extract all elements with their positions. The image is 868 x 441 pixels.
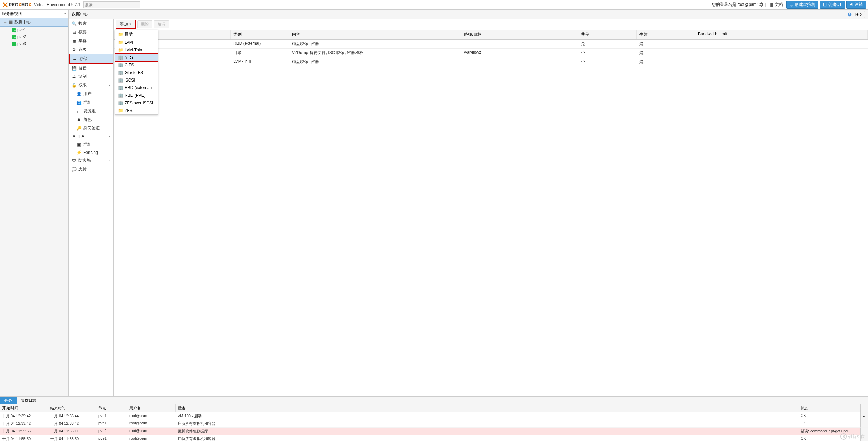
dd-iscsi[interactable]: 🏢iSCSI [115,76,158,84]
col-shared[interactable]: 共享 [578,30,637,39]
comments-icon: 💬 [72,167,76,172]
remove-button[interactable]: 删除 [137,20,152,28]
node-icon [12,28,16,32]
cfg-users[interactable]: 👤用户 [69,90,113,98]
table-row[interactable]: 目录VZDump 备份文件, ISO 映像, 容器模板/var/lib/vz否是 [114,49,868,57]
col-enabled[interactable]: 生效 [637,30,695,39]
col-path[interactable]: 路径/目标 [461,30,578,39]
create-ct-button[interactable]: 创建CT [820,1,845,9]
cfg-options[interactable]: ⚙选项 [69,45,113,54]
sync-icon: ⇄ [72,74,76,79]
view-selector[interactable]: 服务器视图 ▼ [0,10,68,18]
col-bw[interactable]: Bandwidth Limit [695,30,868,39]
user-icon: 👤 [76,92,81,96]
col-start[interactable]: 开始时间 ↓ [0,404,48,412]
chevron-down-icon: ▼ [129,23,132,26]
dd-zfs[interactable]: 📁ZFS [115,107,158,114]
scroll-up-icon: ▴ [860,412,868,420]
edit-button[interactable]: 编辑 [154,20,169,28]
login-info: 您的登录名是'root@pam' [712,2,758,8]
tree-datacenter[interactable]: − 数据中心 [0,18,68,27]
dd-lvmthin[interactable]: 📁LVM-Thin [115,46,158,54]
shield-icon: 🛡 [72,158,76,163]
log-header: 开始时间 ↓ 结束时间 节点 用户名 描述 状态 [0,404,868,412]
create-vm-button[interactable]: 创建虚拟机 [786,1,818,9]
log-row[interactable]: 十月 04 11:55:56十月 04 11:56:11pve2root@pam… [0,428,868,435]
dd-cifs[interactable]: 🏢CIFS [115,61,158,69]
global-search-input[interactable] [83,1,140,8]
tree-node-pve1[interactable]: pve1 [0,27,68,33]
dd-zfsiscsi[interactable]: 🏢ZFS over iSCSI [115,99,158,107]
cfg-auth[interactable]: 🔑身份验证 [69,124,113,133]
floppy-icon: 💾 [72,66,76,71]
building-icon: 🏢 [118,93,123,98]
cfg-backup[interactable]: 💾备份 [69,64,113,72]
building-icon: 🏢 [118,63,123,67]
cfg-support[interactable]: 💬支持 [69,165,113,174]
svg-rect-0 [790,3,793,6]
breadcrumb: 数据中心 ?Help [69,10,868,19]
cfg-groups[interactable]: 👥群组 [69,98,113,107]
col-node[interactable]: 节点 [96,404,127,412]
tab-cluster-log[interactable]: 集群日志 [17,397,41,404]
table-row[interactable]: LVM-Thin磁盘映像, 容器否是 [114,57,868,66]
node-icon [12,35,16,39]
cfg-summary[interactable]: ▤概要 [69,28,113,36]
col-status[interactable]: 状态 [798,404,860,412]
cfg-storage[interactable]: ≣存储 [69,54,113,64]
svg-rect-5 [9,23,12,24]
cfg-pools[interactable]: 🏷资源池 [69,107,113,115]
heartbeat-icon: ♥ [72,134,76,139]
chevron-down-icon: ▾ [109,135,110,138]
sort-down-icon: ↓ [19,407,21,410]
logout-button[interactable]: 注销 [846,1,866,9]
node-icon [12,42,16,46]
cfg-fencing[interactable]: ⚡Fencing [69,149,113,156]
cfg-search[interactable]: 🔍搜索 [69,19,113,28]
dd-directory[interactable]: 📁目录 [115,30,158,39]
watermark: ✕ 创新互联 [840,433,865,440]
scroll-col [860,404,868,412]
tree-node-pve3[interactable]: pve3 [0,40,68,47]
table-row[interactable]: RBD (external)磁盘映像, 容器是是 [114,40,868,49]
building-icon: 🏢 [118,85,123,90]
cfg-replication[interactable]: ⇄复制 [69,72,113,81]
tree-node-pve2[interactable]: pve2 [0,33,68,40]
dd-rbdext[interactable]: 🏢RBD (external) [115,84,158,92]
building-icon: 🏢 [118,55,123,60]
log-row[interactable]: 十月 04 11:55:50十月 04 11:55:50pve1root@pam… [0,435,868,441]
doc-button[interactable]: 文档 [768,1,785,8]
cluster-icon: ▦ [72,39,76,43]
male-icon: ♟ [76,117,81,122]
dd-rbdpve[interactable]: 🏢RBD (PVE) [115,92,158,99]
tree-datacenter-label: 数据中心 [14,19,31,25]
chevron-right-icon: ▸ [109,159,110,162]
cfg-firewall[interactable]: 🛡防火墙▸ [69,156,113,165]
log-row[interactable]: 十月 04 12:35:42十月 04 12:35:44pve1root@pam… [0,412,868,420]
dd-nfs[interactable]: 🏢NFS [115,54,158,61]
dd-gluster[interactable]: 🏢GlusterFS [115,69,158,76]
gear-icon[interactable] [759,2,764,7]
cfg-ha[interactable]: ♥HA▾ [69,133,113,140]
version-label: Virtual Environment 5.2-1 [34,2,81,7]
col-type[interactable]: 类别 [231,30,289,39]
col-content[interactable]: 内容 [289,30,461,39]
tab-tasks[interactable]: 任务 [0,397,17,404]
cfg-roles[interactable]: ♟角色 [69,115,113,124]
col-end[interactable]: 结束时间 [48,404,96,412]
col-desc[interactable]: 描述 [176,404,798,412]
add-button[interactable]: 添加 ▼ [116,20,136,29]
col-user[interactable]: 用户名 [127,404,176,412]
cfg-ha-groups[interactable]: ▣群组 [69,140,113,149]
cfg-cluster[interactable]: ▦集群 [69,36,113,45]
add-storage-menu: 📁目录 📁LVM 📁LVM-Thin 🏢NFS 🏢CIFS 🏢GlusterFS… [115,30,158,115]
bolt-icon: ⚡ [76,150,81,155]
dd-lvm[interactable]: 📁LVM [115,39,158,46]
breadcrumb-text: 数据中心 [72,11,88,17]
storage-toolbar: 添加 ▼ 删除 编辑 [114,19,868,30]
log-row[interactable]: 十月 04 12:33:42十月 04 12:33:42pve1root@pam… [0,420,868,428]
cfg-permissions[interactable]: 🔓权限▾ [69,81,113,90]
help-button[interactable]: ?Help [845,11,865,18]
users-icon: 👥 [76,100,81,105]
folder-icon: 📁 [118,40,123,45]
